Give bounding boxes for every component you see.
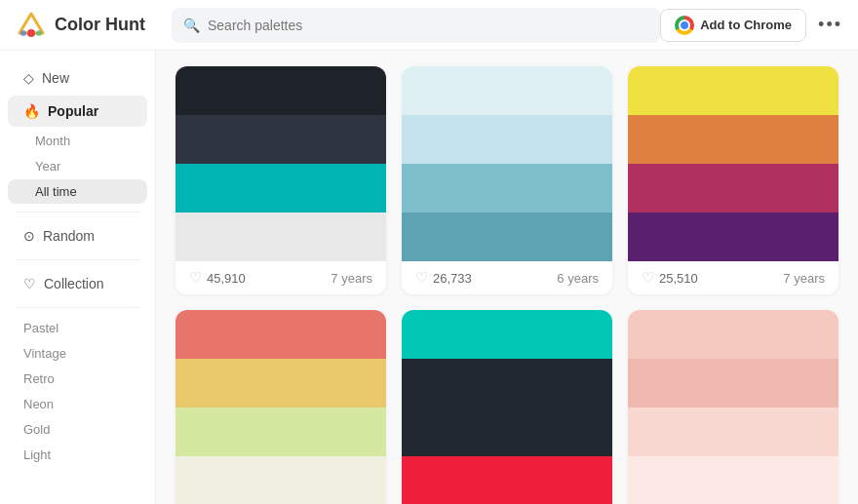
- palette-grid: ♡45,9107 years♡26,7336 years♡25,5107 yea…: [176, 66, 838, 504]
- search-icon: 🔍: [183, 18, 200, 33]
- color-stripe: [176, 115, 386, 164]
- palette-colors: [402, 310, 612, 504]
- sidebar-sub-month[interactable]: Month: [8, 129, 147, 153]
- color-stripe: [628, 310, 838, 359]
- color-stripe: [402, 359, 612, 407]
- sidebar-tag-neon[interactable]: Neon: [8, 392, 147, 416]
- color-stripe: [402, 456, 612, 504]
- color-stripe: [176, 66, 386, 115]
- heart-icon: ♡: [189, 269, 202, 287]
- month-label: Month: [35, 134, 70, 148]
- color-stripe: [402, 66, 612, 115]
- color-stripe: [628, 456, 838, 504]
- palette-colors: [628, 66, 838, 261]
- color-stripe: [176, 310, 386, 359]
- palette-card[interactable]: ♡22,1006 years: [176, 310, 386, 504]
- sidebar-item-new-label: New: [42, 70, 69, 86]
- palette-card[interactable]: ♡45,9107 years: [176, 66, 386, 294]
- sidebar-divider-2: [16, 259, 139, 260]
- palette-age: 7 years: [331, 271, 372, 286]
- add-chrome-label: Add to Chrome: [700, 18, 792, 32]
- color-stripe: [176, 456, 386, 504]
- palette-likes[interactable]: ♡45,910: [189, 269, 246, 287]
- color-stripe: [628, 66, 838, 115]
- main-content: ♡45,9107 years♡26,7336 years♡25,5107 yea…: [156, 51, 858, 504]
- sidebar-item-collection-label: Collection: [44, 276, 103, 291]
- color-stripe: [628, 407, 838, 456]
- palette-colors: [176, 310, 386, 504]
- palette-likes[interactable]: ♡26,733: [415, 269, 472, 287]
- logo-icon: [16, 10, 47, 41]
- year-label: Year: [35, 159, 60, 174]
- search-bar[interactable]: 🔍: [172, 8, 660, 43]
- sidebar-sub-alltime[interactable]: All time: [8, 179, 147, 204]
- sidebar-item-popular-label: Popular: [48, 103, 98, 119]
- sidebar-tag-vintage[interactable]: Vintage: [8, 341, 147, 366]
- sidebar-divider-3: [16, 307, 139, 308]
- likes-count: 25,510: [659, 271, 698, 286]
- palette-colors: [176, 66, 386, 261]
- retro-label: Retro: [23, 371, 55, 386]
- palette-footer: ♡45,9107 years: [176, 261, 386, 294]
- color-stripe: [402, 407, 612, 456]
- sidebar-item-random-label: Random: [43, 228, 95, 244]
- collection-icon: ♡: [23, 276, 36, 291]
- color-stripe: [628, 115, 838, 164]
- popular-icon: 🔥: [23, 103, 40, 119]
- heart-icon: ♡: [415, 269, 428, 287]
- sidebar-sub-year[interactable]: Year: [8, 154, 147, 178]
- sidebar-tag-light[interactable]: Light: [8, 443, 147, 467]
- color-stripe: [176, 407, 386, 456]
- sidebar-item-collection[interactable]: ♡ Collection: [8, 268, 147, 299]
- palette-colors: [402, 66, 612, 261]
- color-stripe: [176, 164, 386, 213]
- color-stripe: [176, 359, 386, 407]
- color-stripe: [628, 359, 838, 407]
- more-icon: •••: [818, 15, 842, 34]
- palette-age: 6 years: [557, 271, 599, 286]
- light-label: Light: [23, 447, 51, 462]
- color-stripe: [402, 310, 612, 359]
- vintage-label: Vintage: [23, 346, 66, 361]
- sidebar-tag-pastel[interactable]: Pastel: [8, 316, 147, 340]
- color-stripe: [402, 115, 612, 164]
- search-input[interactable]: [208, 18, 648, 33]
- logo-text: Color Hunt: [55, 15, 145, 35]
- color-stripe: [628, 164, 838, 213]
- likes-count: 45,910: [207, 271, 246, 286]
- palette-footer: ♡26,7336 years: [402, 261, 612, 294]
- more-options-button[interactable]: •••: [818, 15, 842, 35]
- palette-card[interactable]: ♡21,4505 years: [402, 310, 612, 504]
- palette-likes[interactable]: ♡25,510: [642, 269, 698, 287]
- sidebar-divider-1: [16, 212, 139, 213]
- palette-card[interactable]: ♡19,8006 years: [628, 310, 838, 504]
- sidebar: ◇ New 🔥 Popular Month Year All time ⊙ Ra…: [0, 51, 156, 504]
- sidebar-tag-retro[interactable]: Retro: [8, 367, 147, 391]
- neon-label: Neon: [23, 397, 54, 411]
- color-stripe: [176, 213, 386, 261]
- color-stripe: [402, 213, 612, 261]
- logo-area: Color Hunt: [16, 10, 172, 41]
- random-icon: ⊙: [23, 228, 35, 244]
- add-to-chrome-button[interactable]: Add to Chrome: [660, 9, 806, 42]
- sidebar-item-popular[interactable]: 🔥 Popular: [8, 96, 147, 127]
- svg-point-4: [36, 30, 42, 36]
- color-stripe: [402, 164, 612, 213]
- color-stripe: [628, 213, 838, 261]
- sidebar-tag-gold[interactable]: Gold: [8, 417, 147, 442]
- header: Color Hunt 🔍 Add to Chrome •••: [0, 0, 858, 51]
- palette-age: 7 years: [783, 271, 825, 286]
- palette-footer: ♡25,5107 years: [628, 261, 838, 294]
- header-right: Add to Chrome •••: [660, 9, 842, 42]
- palette-card[interactable]: ♡25,5107 years: [628, 66, 838, 294]
- chrome-icon: [675, 16, 694, 35]
- sidebar-item-random[interactable]: ⊙ Random: [8, 220, 147, 252]
- layout: ◇ New 🔥 Popular Month Year All time ⊙ Ra…: [0, 51, 858, 504]
- new-icon: ◇: [23, 70, 34, 86]
- likes-count: 26,733: [433, 271, 472, 286]
- palette-card[interactable]: ♡26,7336 years: [402, 66, 612, 294]
- gold-label: Gold: [23, 422, 50, 437]
- svg-point-2: [27, 29, 35, 37]
- alltime-label: All time: [35, 184, 77, 199]
- sidebar-item-new[interactable]: ◇ New: [8, 62, 147, 94]
